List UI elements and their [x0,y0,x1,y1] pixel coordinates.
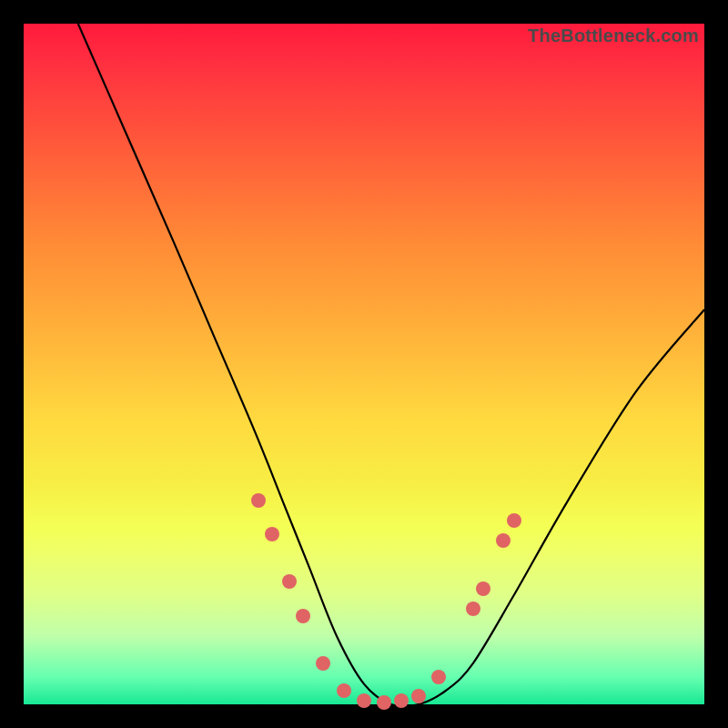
marker-dot [466,602,480,616]
bottleneck-curve [78,24,704,704]
curve-svg [24,24,704,704]
chart-frame: TheBottleneck.com [24,24,704,704]
marker-dot [265,527,279,541]
marker-dot [507,513,521,528]
marker-dot [251,493,266,508]
watermark-text: TheBottleneck.com [528,25,699,46]
marker-dot [337,683,351,698]
marker-dot [476,581,490,596]
marker-dot [411,689,426,703]
marker-dot [357,693,371,708]
marker-dot [394,693,409,708]
marker-dot [377,695,391,710]
marker-dot [296,609,310,623]
marker-dot [282,574,297,589]
